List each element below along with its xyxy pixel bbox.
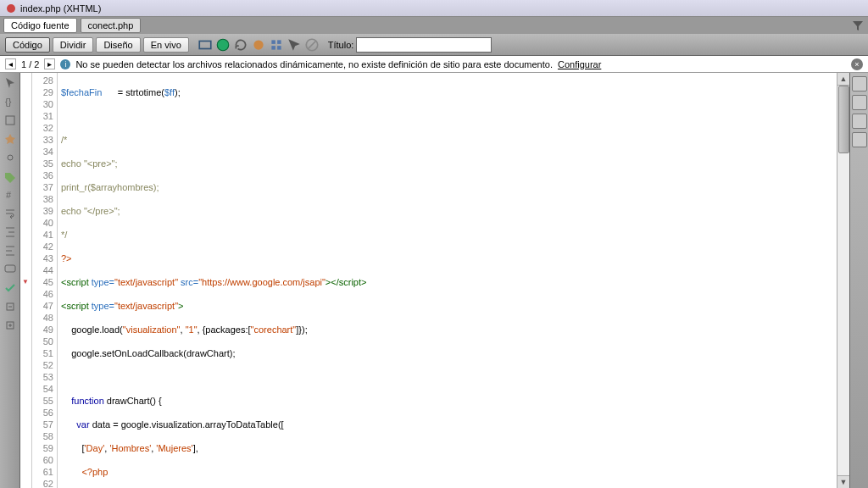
code-editor[interactable]: $fechaFin = strtotime($ff); /* echo "<pr… xyxy=(58,73,837,488)
tool-comment-icon[interactable] xyxy=(3,263,17,276)
code-view-button[interactable]: Código xyxy=(5,37,50,53)
left-tool-strip: {} # xyxy=(0,73,20,488)
noentry-icon[interactable] xyxy=(304,37,320,53)
globe-icon[interactable] xyxy=(215,37,231,53)
svg-rect-6 xyxy=(277,46,281,50)
notice-prev-icon[interactable]: ◂ xyxy=(5,58,16,69)
window-titlebar: index.php (XHTML) xyxy=(0,0,868,17)
svg-line-8 xyxy=(308,41,315,48)
panel-css-icon[interactable] xyxy=(852,95,867,110)
tool-check-icon[interactable] xyxy=(3,281,17,295)
svg-text:{}: {} xyxy=(5,97,12,107)
live-view-button[interactable]: En vivo xyxy=(143,37,189,53)
line-number-gutter: 2829303132333435363738394041424344454647… xyxy=(32,73,58,488)
svg-rect-10 xyxy=(6,116,14,125)
svg-rect-12 xyxy=(5,265,15,272)
tool-arrow-icon[interactable] xyxy=(3,76,17,90)
tool-bracket-icon[interactable]: {} xyxy=(3,95,17,108)
scroll-up-icon[interactable]: ▲ xyxy=(837,73,849,86)
svg-rect-5 xyxy=(271,46,275,50)
split-view-button[interactable]: Dividir xyxy=(53,37,94,53)
notice-close-icon[interactable]: × xyxy=(851,58,863,70)
right-panel-strip xyxy=(849,73,868,488)
svg-rect-3 xyxy=(271,40,275,44)
tool-expand-icon[interactable] xyxy=(3,319,17,332)
svg-rect-0 xyxy=(199,41,211,48)
svg-point-1 xyxy=(217,39,229,51)
svg-point-2 xyxy=(253,40,263,49)
info-icon: i xyxy=(60,59,70,69)
tool-collapse-icon[interactable] xyxy=(3,300,17,313)
inspect-icon[interactable] xyxy=(287,37,302,53)
svg-text:#: # xyxy=(6,190,12,200)
refresh-icon[interactable] xyxy=(233,37,248,53)
tool-css-icon[interactable] xyxy=(3,114,17,127)
panel-assets-icon[interactable] xyxy=(852,132,867,147)
scroll-thumb[interactable] xyxy=(838,86,849,153)
panel-files-icon[interactable] xyxy=(852,114,867,129)
scroll-down-icon[interactable]: ▼ xyxy=(837,475,849,488)
tool-tag-icon[interactable] xyxy=(3,169,17,183)
filter-icon[interactable] xyxy=(851,19,865,32)
breadcrumb-item-source[interactable]: Código fuente xyxy=(3,18,77,33)
design-view-button[interactable]: Diseño xyxy=(96,37,140,53)
tool-outdent-icon[interactable] xyxy=(3,244,17,258)
grid-icon[interactable] xyxy=(269,37,284,53)
notice-next-icon[interactable]: ▸ xyxy=(44,58,55,69)
tool-link-icon[interactable] xyxy=(3,151,17,164)
breadcrumb-item-conect[interactable]: conect.php xyxy=(81,18,142,33)
view-toolbar: Código Dividir Diseño En vivo Título: xyxy=(0,34,868,56)
title-input[interactable] xyxy=(356,37,492,53)
notice-configure-link[interactable]: Configurar xyxy=(558,59,601,69)
live-code-icon[interactable] xyxy=(198,37,213,53)
palette-icon[interactable] xyxy=(251,37,266,53)
tab-close-icon[interactable] xyxy=(7,4,15,13)
breadcrumb-bar: Código fuente conect.php xyxy=(0,17,868,34)
vertical-scrollbar[interactable]: ▲ ▼ xyxy=(837,73,849,488)
tool-star-icon[interactable] xyxy=(3,132,17,146)
tool-hash-icon[interactable]: # xyxy=(3,188,17,202)
svg-rect-4 xyxy=(277,40,281,44)
tool-wrap-icon[interactable] xyxy=(3,207,17,220)
title-label: Título: xyxy=(328,40,354,50)
notice-bar: ◂ 1 / 2 ▸ i No se pueden detectar los ar… xyxy=(0,56,868,73)
file-title: index.php (XHTML) xyxy=(20,3,101,14)
tool-indent-icon[interactable] xyxy=(3,225,17,239)
notice-text: No se pueden detectar los archivos relac… xyxy=(75,59,553,69)
panel-insert-icon[interactable] xyxy=(852,76,867,92)
notice-page: 1 / 2 xyxy=(21,59,39,69)
